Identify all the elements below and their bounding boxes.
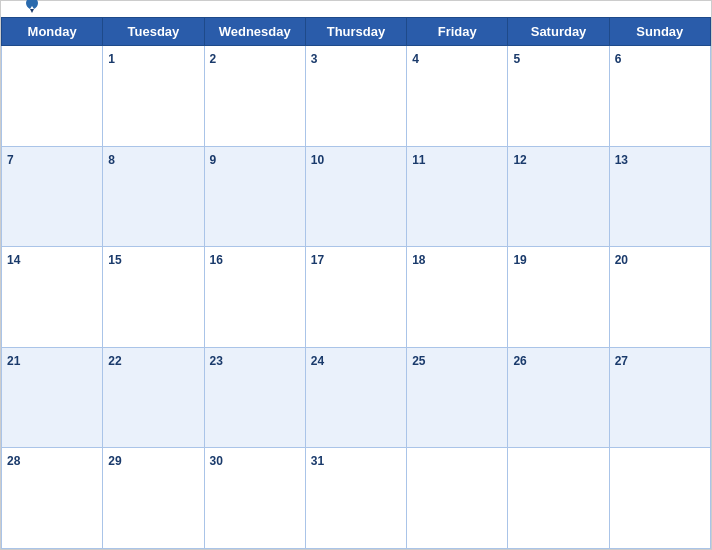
day-number-16: 16 — [210, 253, 223, 267]
empty-day — [508, 448, 609, 549]
day-number-30: 30 — [210, 454, 223, 468]
day-number-4: 4 — [412, 52, 419, 66]
day-28: 28 — [2, 448, 103, 549]
day-30: 30 — [204, 448, 305, 549]
day-6: 6 — [609, 46, 710, 147]
empty-day — [609, 448, 710, 549]
day-13: 13 — [609, 146, 710, 247]
day-number-28: 28 — [7, 454, 20, 468]
day-number-5: 5 — [513, 52, 520, 66]
day-14: 14 — [2, 247, 103, 348]
day-24: 24 — [305, 347, 406, 448]
day-3: 3 — [305, 46, 406, 147]
day-17: 17 — [305, 247, 406, 348]
day-22: 22 — [103, 347, 204, 448]
week-row-4: 21222324252627 — [2, 347, 711, 448]
day-31: 31 — [305, 448, 406, 549]
day-number-6: 6 — [615, 52, 622, 66]
day-number-17: 17 — [311, 253, 324, 267]
day-29: 29 — [103, 448, 204, 549]
calendar: MondayTuesdayWednesdayThursdayFridaySatu… — [0, 0, 712, 550]
calendar-header — [1, 1, 711, 17]
day-1: 1 — [103, 46, 204, 147]
day-4: 4 — [407, 46, 508, 147]
day-number-29: 29 — [108, 454, 121, 468]
weekday-friday: Friday — [407, 18, 508, 46]
day-26: 26 — [508, 347, 609, 448]
day-23: 23 — [204, 347, 305, 448]
day-number-24: 24 — [311, 354, 324, 368]
weekday-saturday: Saturday — [508, 18, 609, 46]
weekday-tuesday: Tuesday — [103, 18, 204, 46]
day-25: 25 — [407, 347, 508, 448]
day-number-27: 27 — [615, 354, 628, 368]
day-number-12: 12 — [513, 153, 526, 167]
day-number-20: 20 — [615, 253, 628, 267]
weekday-wednesday: Wednesday — [204, 18, 305, 46]
day-number-22: 22 — [108, 354, 121, 368]
day-number-14: 14 — [7, 253, 20, 267]
weekday-sunday: Sunday — [609, 18, 710, 46]
day-number-10: 10 — [311, 153, 324, 167]
day-16: 16 — [204, 247, 305, 348]
day-number-7: 7 — [7, 153, 14, 167]
day-27: 27 — [609, 347, 710, 448]
day-number-31: 31 — [311, 454, 324, 468]
calendar-grid: MondayTuesdayWednesdayThursdayFridaySatu… — [1, 17, 711, 549]
week-row-5: 28293031 — [2, 448, 711, 549]
day-19: 19 — [508, 247, 609, 348]
day-number-25: 25 — [412, 354, 425, 368]
day-number-3: 3 — [311, 52, 318, 66]
day-15: 15 — [103, 247, 204, 348]
day-21: 21 — [2, 347, 103, 448]
day-number-2: 2 — [210, 52, 217, 66]
day-number-15: 15 — [108, 253, 121, 267]
day-11: 11 — [407, 146, 508, 247]
day-number-13: 13 — [615, 153, 628, 167]
day-9: 9 — [204, 146, 305, 247]
day-number-9: 9 — [210, 153, 217, 167]
day-7: 7 — [2, 146, 103, 247]
day-12: 12 — [508, 146, 609, 247]
logo-bird-icon — [21, 0, 43, 17]
day-number-11: 11 — [412, 153, 425, 167]
day-2: 2 — [204, 46, 305, 147]
day-number-23: 23 — [210, 354, 223, 368]
week-row-1: 123456 — [2, 46, 711, 147]
day-number-8: 8 — [108, 153, 115, 167]
day-number-1: 1 — [108, 52, 115, 66]
weekday-thursday: Thursday — [305, 18, 406, 46]
day-number-19: 19 — [513, 253, 526, 267]
empty-day — [407, 448, 508, 549]
day-number-18: 18 — [412, 253, 425, 267]
empty-day — [2, 46, 103, 147]
calendar-weekday-header: MondayTuesdayWednesdayThursdayFridaySatu… — [2, 18, 711, 46]
weekday-monday: Monday — [2, 18, 103, 46]
weekday-row: MondayTuesdayWednesdayThursdayFridaySatu… — [2, 18, 711, 46]
logo — [17, 9, 43, 17]
day-5: 5 — [508, 46, 609, 147]
day-8: 8 — [103, 146, 204, 247]
calendar-body: 1234567891011121314151617181920212223242… — [2, 46, 711, 549]
day-number-21: 21 — [7, 354, 20, 368]
day-20: 20 — [609, 247, 710, 348]
day-10: 10 — [305, 146, 406, 247]
week-row-2: 78910111213 — [2, 146, 711, 247]
week-row-3: 14151617181920 — [2, 247, 711, 348]
day-18: 18 — [407, 247, 508, 348]
day-number-26: 26 — [513, 354, 526, 368]
